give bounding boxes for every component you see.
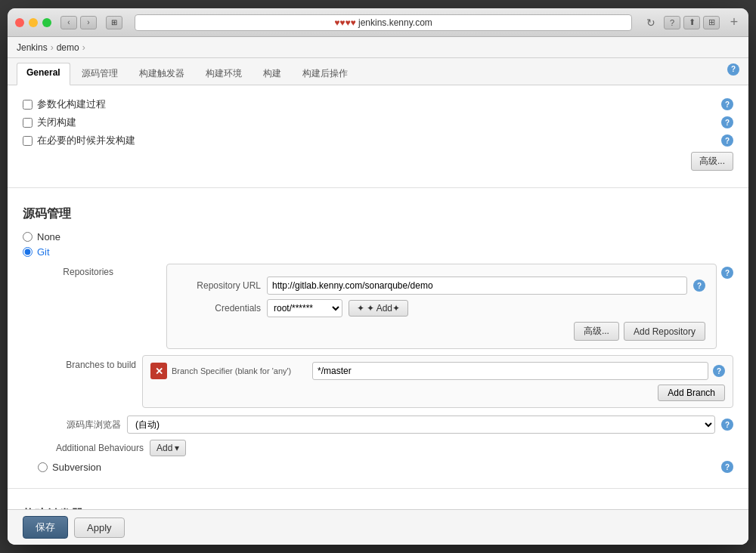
repo-box: Repository URL ? Credentials root/****** — [166, 264, 717, 349]
add-credential-button[interactable]: ✦ ✦ Add✦ — [349, 300, 408, 317]
add-credential-icon: ✦ — [357, 303, 364, 314]
forward-button[interactable]: › — [80, 16, 97, 29]
credentials-row: Credentials root/****** ✦ ✦ Add✦ — [178, 299, 705, 317]
address-bar[interactable]: ♥♥♥♥ jenkins.kenny.com — [135, 14, 632, 31]
branch-specifier-input[interactable] — [312, 362, 708, 380]
tab-build-env[interactable]: 构建环境 — [196, 63, 252, 85]
breadcrumb-sep2: › — [82, 42, 85, 53]
form-area: 参数化构建过程 ? 关闭构建 ? 在必要的时候并发构建 ? 高级... — [8, 85, 748, 509]
action-bar: 保存 Apply — [8, 509, 748, 545]
branch-row: ✕ Branch Specifier (blank for 'any') ? — [150, 362, 725, 380]
subversion-radio[interactable] — [38, 462, 48, 472]
none-radio-row: None — [23, 231, 733, 243]
branch-specifier-help-icon[interactable]: ? — [713, 365, 725, 377]
add-branch-button[interactable]: Add Branch — [658, 385, 725, 401]
concurrent-help-icon[interactable]: ? — [721, 134, 733, 147]
tab-post-build[interactable]: 构建后操作 — [293, 63, 358, 85]
repositories-content: Repository URL ? Credentials root/****** — [121, 264, 717, 349]
additional-label: Additional Behaviours — [38, 443, 144, 453]
apply-button[interactable]: Apply — [74, 517, 125, 538]
address-prefix: ♥♥♥♥ — [334, 17, 356, 28]
branch-specifier-group: Branch Specifier (blank for 'any') ? — [172, 362, 725, 380]
credentials-select[interactable]: root/****** — [267, 299, 342, 317]
git-radio-row: Git — [23, 246, 733, 258]
source-browser-help-icon[interactable]: ? — [721, 419, 733, 431]
source-control-title: 源码管理 — [23, 206, 733, 222]
content-area: General 源码管理 构建触发器 构建环境 构建 构建后操作 ? 参数化构建… — [8, 58, 748, 545]
git-radio[interactable] — [23, 247, 33, 257]
parameterize-checkbox[interactable] — [23, 100, 33, 110]
grid-icon[interactable]: ⊞ — [703, 16, 720, 29]
build-trigger-section: 构建触发器 触发远程构建（例如，使用脚本） ? ? b built ? — [8, 492, 748, 509]
subversion-label: Subversion — [52, 462, 101, 473]
add-repository-button[interactable]: Add Repository — [624, 322, 705, 341]
subversion-help-icon[interactable]: ? — [721, 461, 733, 473]
repo-actions: 高级... Add Repository — [178, 322, 705, 341]
add-behaviour-label: Add — [156, 443, 172, 453]
disable-checkbox[interactable] — [23, 118, 33, 128]
add-behaviour-dropdown[interactable]: Add ▾ — [150, 440, 186, 456]
breadcrumb-jenkins[interactable]: Jenkins — [17, 42, 48, 53]
fullscreen-button[interactable] — [42, 18, 51, 27]
minimize-button[interactable] — [29, 18, 38, 27]
parameterize-label: 参数化构建过程 — [37, 97, 106, 111]
disable-label: 关闭构建 — [37, 116, 76, 129]
concurrent-label: 在必要的时候并发构建 — [37, 134, 135, 147]
tabs-bar: General 源码管理 构建触发器 构建环境 构建 构建后操作 ? — [8, 58, 748, 85]
tab-general[interactable]: General — [17, 63, 70, 85]
parameterize-row: 参数化构建过程 ? — [23, 97, 733, 111]
disable-help-icon[interactable]: ? — [721, 116, 733, 128]
tab-source-mgmt[interactable]: 源码管理 — [72, 63, 128, 85]
breadcrumb-demo[interactable]: demo — [57, 42, 79, 53]
disable-row: 关闭构建 ? — [23, 116, 733, 129]
refresh-button[interactable]: ↻ — [644, 16, 658, 29]
git-label: Git — [37, 246, 50, 258]
general-section: 参数化构建过程 ? 关闭构建 ? 在必要的时候并发构建 ? 高级... — [8, 85, 748, 184]
title-bar: ‹ › ⊞ ♥♥♥♥ jenkins.kenny.com ↻ ? ⬆ ⊞ + — [8, 8, 748, 37]
concurrent-row: 在必要的时候并发构建 ? — [23, 134, 733, 147]
repo-url-input[interactable] — [267, 276, 687, 295]
add-credential-label: ✦ Add✦ — [367, 303, 400, 314]
additional-behaviours-row: Additional Behaviours Add ▾ — [38, 440, 733, 456]
repositories-label: Repositories — [23, 264, 121, 349]
branch-specifier-label: Branch Specifier (blank for 'any') — [172, 366, 308, 375]
advanced-repo-button[interactable]: 高级... — [574, 322, 619, 341]
source-browser-label: 源码库浏览器 — [38, 419, 121, 431]
new-tab-button[interactable]: + — [727, 16, 741, 29]
tab-build[interactable]: 构建 — [253, 63, 291, 85]
delete-branch-button[interactable]: ✕ — [150, 363, 167, 379]
tab-help-icon[interactable]: ? — [727, 63, 739, 76]
general-advanced-button[interactable]: 高级... — [691, 152, 733, 171]
repo-url-row: Repository URL ? — [178, 276, 705, 295]
back-button[interactable]: ‹ — [60, 16, 77, 29]
dropdown-arrow-icon: ▾ — [175, 443, 179, 453]
address-domain: jenkins.kenny.com — [358, 17, 432, 28]
repositories-help-icon[interactable]: ? — [721, 267, 733, 279]
subversion-row: Subversion ? — [38, 461, 733, 473]
source-browser-row: 源码库浏览器 (自动) ? — [38, 416, 733, 434]
concurrent-checkbox[interactable] — [23, 136, 33, 146]
none-radio[interactable] — [23, 232, 33, 242]
upload-icon[interactable]: ⬆ — [683, 16, 700, 29]
breadcrumb-sep1: › — [51, 42, 54, 53]
repositories-container: Repositories Repository URL ? Credential… — [23, 264, 733, 349]
none-label: None — [37, 231, 60, 243]
tab-build-trigger[interactable]: 构建触发器 — [129, 63, 194, 85]
close-button[interactable] — [15, 18, 24, 27]
credentials-label: Credentials — [178, 303, 261, 314]
save-button[interactable]: 保存 — [23, 516, 68, 539]
source-control-section: 源码管理 None Git Repositories — [8, 191, 748, 485]
branches-label: Branches to build — [38, 355, 136, 370]
parameterize-help-icon[interactable]: ? — [721, 98, 733, 110]
repo-url-label: Repository URL — [178, 280, 261, 291]
sidebar-button[interactable]: ⊞ — [106, 16, 122, 29]
breadcrumb: Jenkins › demo › — [8, 37, 748, 58]
toolbar-right: ? ⬆ ⊞ — [664, 16, 720, 29]
source-browser-select[interactable]: (自动) — [127, 416, 715, 434]
traffic-lights — [15, 18, 51, 27]
nav-buttons: ‹ › — [60, 16, 97, 29]
help-icon[interactable]: ? — [664, 16, 680, 29]
branch-actions: Add Branch — [150, 385, 725, 401]
branches-section: Branches to build ✕ Branch Specifier (bl… — [38, 355, 733, 408]
repo-url-help-icon[interactable]: ? — [693, 280, 705, 292]
